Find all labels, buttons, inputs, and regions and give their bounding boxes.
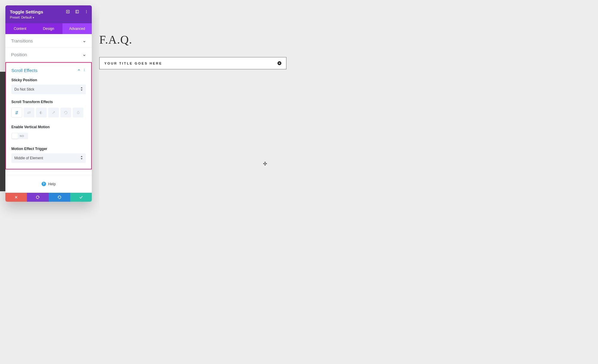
scroll-transform-field: Scroll Transform Effects <box>6 98 91 107</box>
effect-blur-icon[interactable] <box>73 108 83 117</box>
svg-marker-22 <box>81 158 83 160</box>
field-label: Sticky Position <box>11 78 86 82</box>
section-label: Transitions <box>11 38 33 43</box>
tab-advanced[interactable]: Advanced <box>62 23 92 34</box>
field-label: Enable Vertical Motion <box>11 125 86 129</box>
svg-point-7 <box>84 69 85 69</box>
svg-rect-2 <box>76 10 78 13</box>
preset-label: Preset: Default <box>10 16 32 19</box>
select-value: Do Not Stick <box>14 87 34 91</box>
svg-point-9 <box>84 71 85 71</box>
effect-fade-icon[interactable] <box>36 108 47 117</box>
page-heading: F.A.Q. <box>99 33 410 46</box>
cancel-button[interactable] <box>5 193 27 202</box>
chevron-down-icon <box>83 39 86 43</box>
motion-trigger-select[interactable]: Middle of Element <box>11 153 86 163</box>
sticky-position-field: Sticky Position Do Not Stick <box>6 76 91 95</box>
toggle-label: NO <box>20 134 24 137</box>
section-label: Position <box>11 52 27 57</box>
svg-line-20 <box>53 111 55 114</box>
effect-buttons <box>6 108 91 117</box>
panel-header: Toggle Settings Preset: Default▼ <box>5 5 92 23</box>
help-icon: ? <box>42 182 46 186</box>
effect-rotate-icon[interactable] <box>60 108 71 117</box>
caret-down-icon: ▼ <box>32 16 35 19</box>
enable-vertical-field: Enable Vertical Motion <box>6 123 91 132</box>
expand-icon[interactable] <box>65 9 71 14</box>
toggle-module-title: YOUR TITLE GOES HERE <box>104 62 162 65</box>
help-text: Help <box>48 182 56 186</box>
svg-point-19 <box>42 113 42 113</box>
move-cursor-icon <box>263 161 267 167</box>
undo-button[interactable] <box>27 193 48 202</box>
sticky-position-select[interactable]: Do Not Stick <box>11 85 86 94</box>
chevron-up-icon[interactable] <box>77 68 81 73</box>
scroll-effects-highlight: Scroll Effects Sticky Position Do Not St… <box>5 62 92 169</box>
svg-point-18 <box>42 113 42 113</box>
svg-point-16 <box>42 111 42 112</box>
section-transitions[interactable]: Transitions <box>5 34 92 48</box>
chevron-down-icon <box>83 53 86 56</box>
select-caret-icon <box>80 156 83 160</box>
tabs: Content Design Advanced <box>5 23 92 34</box>
preset-dropdown[interactable]: Preset: Default▼ <box>10 16 87 19</box>
tab-design[interactable]: Design <box>35 23 62 34</box>
svg-point-5 <box>86 11 87 12</box>
svg-point-17 <box>42 112 42 112</box>
field-label: Motion Effect Trigger <box>11 147 86 151</box>
svg-point-4 <box>86 10 87 11</box>
svg-marker-11 <box>81 90 83 91</box>
section-label: Scroll Effects <box>11 68 37 73</box>
enable-vertical-toggle[interactable]: NO <box>11 133 28 139</box>
save-button[interactable] <box>70 193 92 202</box>
section-scroll-effects[interactable]: Scroll Effects <box>6 63 91 76</box>
snap-icon[interactable] <box>74 9 80 14</box>
settings-panel: Toggle Settings Preset: Default▼ Content… <box>5 5 92 202</box>
plus-icon[interactable] <box>277 61 281 65</box>
more-vert-icon[interactable] <box>84 9 89 14</box>
svg-point-6 <box>86 13 87 13</box>
toggle-knob <box>12 133 18 139</box>
sections: Transitions Position Scroll Effects <box>5 34 92 193</box>
effect-horizontal-icon[interactable] <box>24 108 34 117</box>
toggle-module[interactable]: YOUR TITLE GOES HERE <box>99 57 286 69</box>
svg-point-1 <box>68 11 68 12</box>
redo-button[interactable] <box>49 193 70 202</box>
help-link[interactable]: ? Help <box>5 175 92 193</box>
more-vert-icon[interactable] <box>83 68 86 73</box>
svg-point-8 <box>84 70 85 70</box>
select-caret-icon <box>80 87 83 92</box>
tab-content[interactable]: Content <box>5 23 35 34</box>
select-value: Middle of Element <box>14 156 43 160</box>
footer-buttons <box>5 193 92 202</box>
header-icons <box>65 9 89 14</box>
svg-marker-10 <box>81 87 83 88</box>
section-position[interactable]: Position <box>5 48 92 62</box>
svg-marker-21 <box>81 156 83 157</box>
effect-vertical-icon[interactable] <box>11 108 22 117</box>
field-label: Scroll Transform Effects <box>11 100 86 104</box>
effect-scale-icon[interactable] <box>48 108 59 117</box>
motion-trigger-field: Motion Effect Trigger Middle of Element <box>6 145 91 163</box>
preview-canvas: F.A.Q. YOUR TITLE GOES HERE <box>99 0 419 255</box>
